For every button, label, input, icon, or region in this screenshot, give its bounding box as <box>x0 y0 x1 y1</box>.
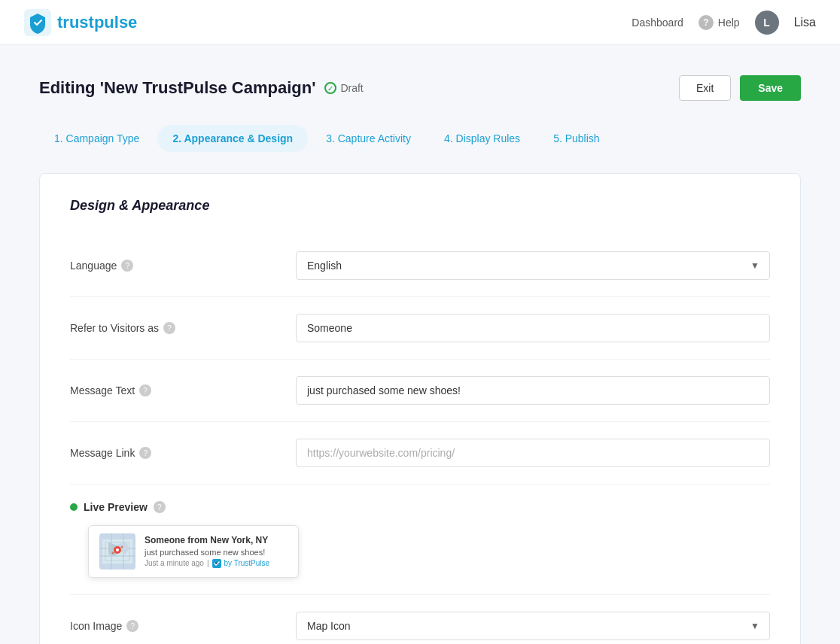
tabs-bar: 1. Campaign Type 2. Appearance & Design … <box>39 125 801 152</box>
header: trustpulse Dashboard ? Help L Lisa <box>0 0 840 45</box>
refer-visitors-row: Refer to Visitors as ? <box>70 297 770 360</box>
draft-label: Draft <box>340 82 363 94</box>
language-select-wrapper: English Spanish French German ▼ <box>296 251 770 280</box>
svg-point-8 <box>116 548 119 551</box>
save-button[interactable]: Save <box>740 75 801 101</box>
tab-campaign-type[interactable]: 1. Campaign Type <box>39 125 154 152</box>
live-preview-section: Live Preview ? <box>70 485 770 595</box>
logo: trustpulse <box>24 9 137 36</box>
live-preview-header: Live Preview ? <box>70 501 770 513</box>
message-link-row: Message Link ? <box>70 422 770 485</box>
trustpulse-check-icon <box>212 559 221 568</box>
user-name: Lisa <box>794 16 816 29</box>
preview-notification: Someone from New York, NY just purchased… <box>88 525 299 578</box>
preview-person-name: Someone from New York, NY <box>145 535 288 547</box>
tab-appearance-design[interactable]: 2. Appearance & Design <box>157 125 308 152</box>
message-link-info-icon[interactable]: ? <box>139 447 151 459</box>
message-text-row: Message Text ? <box>70 360 770 422</box>
message-text-label: Message Text ? <box>70 384 296 396</box>
trustpulse-badge: by TrustPulse <box>224 559 270 567</box>
message-link-input[interactable] <box>296 439 770 467</box>
preview-action-text: just purchased some new shoes! <box>145 547 288 557</box>
refer-visitors-info-icon[interactable]: ? <box>163 322 175 334</box>
draft-circle-icon: ✓ <box>324 82 336 94</box>
help-icon: ? <box>698 15 714 30</box>
page-container: Editing 'New TrustPulse Campaign' ✓ Draf… <box>21 45 819 644</box>
exit-button[interactable]: Exit <box>679 75 731 101</box>
tab-capture-activity[interactable]: 3. Capture Activity <box>311 125 426 152</box>
message-link-label: Message Link ? <box>70 447 296 459</box>
svg-point-9 <box>112 552 114 554</box>
dashboard-link[interactable]: Dashboard <box>632 17 683 29</box>
icon-image-row: Icon Image ? Map Icon Custom Icon No Ico… <box>70 595 770 644</box>
live-preview-label: Live Preview <box>84 501 148 513</box>
user-avatar[interactable]: L <box>755 11 779 35</box>
svg-point-10 <box>121 546 123 548</box>
icon-image-select-wrapper: Map Icon Custom Icon No Icon ▼ <box>296 612 770 640</box>
refer-visitors-input[interactable] <box>296 314 770 342</box>
preview-map-svg <box>99 533 135 570</box>
icon-image-field: Map Icon Custom Icon No Icon ▼ <box>296 612 770 640</box>
logo-icon <box>24 9 51 36</box>
tab-display-rules[interactable]: 4. Display Rules <box>429 125 535 152</box>
preview-time: Just a minute ago | by TrustPulse <box>145 559 288 568</box>
language-label: Language ? <box>70 260 296 272</box>
message-text-info-icon[interactable]: ? <box>139 384 151 396</box>
refer-visitors-field <box>296 314 770 342</box>
live-dot-icon <box>70 503 78 511</box>
message-text-input[interactable] <box>296 376 770 405</box>
language-info-icon[interactable]: ? <box>121 260 133 272</box>
help-label: Help <box>718 17 740 29</box>
message-link-field <box>296 439 770 467</box>
page-actions: Exit Save <box>679 75 801 101</box>
help-button[interactable]: ? Help <box>698 15 740 30</box>
icon-image-info-icon[interactable]: ? <box>126 620 138 632</box>
tab-publish[interactable]: 5. Publish <box>538 125 614 152</box>
icon-image-label: Icon Image ? <box>70 620 296 632</box>
live-preview-info-icon[interactable]: ? <box>154 501 166 513</box>
language-select[interactable]: English Spanish French German <box>296 251 770 280</box>
logo-text: trustpulse <box>57 13 137 32</box>
design-appearance-card: Design & Appearance Language ? English S… <box>39 173 801 644</box>
icon-image-select[interactable]: Map Icon Custom Icon No Icon <box>296 612 770 640</box>
page-title: Editing 'New TrustPulse Campaign' ✓ Draf… <box>39 78 364 98</box>
preview-text-content: Someone from New York, NY just purchased… <box>145 535 288 568</box>
campaign-title: Editing 'New TrustPulse Campaign' <box>39 78 315 98</box>
language-field: English Spanish French German ▼ <box>296 251 770 280</box>
card-title: Design & Appearance <box>70 198 770 214</box>
language-row: Language ? English Spanish French German… <box>70 235 770 297</box>
preview-map-thumbnail <box>99 533 135 570</box>
refer-visitors-label: Refer to Visitors as ? <box>70 322 296 334</box>
page-title-row: Editing 'New TrustPulse Campaign' ✓ Draf… <box>39 75 801 101</box>
message-text-field <box>296 376 770 405</box>
header-nav: Dashboard ? Help L Lisa <box>632 11 816 35</box>
draft-badge: ✓ Draft <box>324 82 363 94</box>
